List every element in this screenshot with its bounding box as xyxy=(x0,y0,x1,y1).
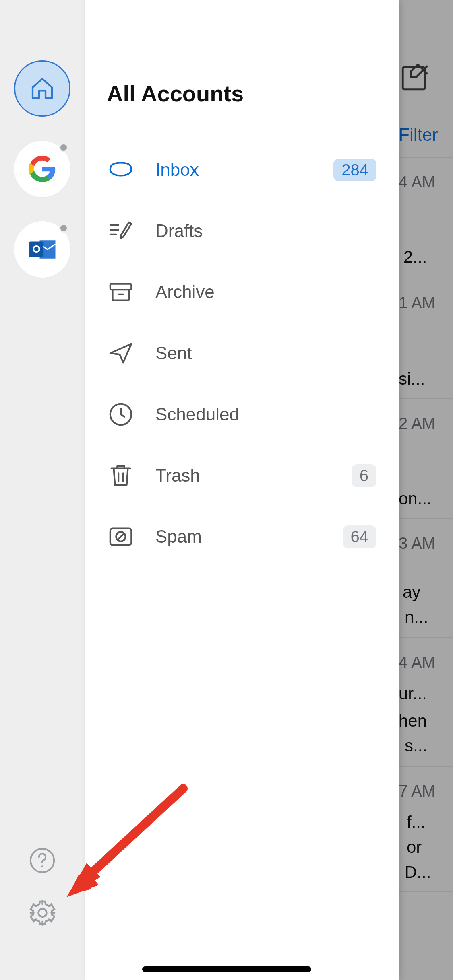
settings-button[interactable] xyxy=(27,898,58,928)
folder-label: Spam xyxy=(155,527,202,547)
folder-count-badge: 6 xyxy=(352,464,376,487)
svg-rect-0 xyxy=(403,67,425,89)
clock-icon xyxy=(106,400,135,429)
folder-list: Inbox 284 Drafts xyxy=(85,123,399,567)
sent-icon xyxy=(106,339,135,368)
home-account-button[interactable] xyxy=(14,60,70,117)
folder-archive[interactable]: Archive xyxy=(94,261,385,323)
mail-snippet: ay xyxy=(403,583,420,601)
folder-label: Sent xyxy=(155,343,192,363)
mail-snippet: or xyxy=(407,838,422,856)
drawer-title: All Accounts xyxy=(107,80,376,107)
svg-text:O: O xyxy=(32,243,40,255)
home-icon xyxy=(29,76,55,101)
trash-icon xyxy=(106,461,135,490)
drawer-header: All Accounts xyxy=(85,0,399,123)
svg-rect-7 xyxy=(110,284,132,290)
folder-sent[interactable]: Sent xyxy=(94,323,385,384)
mail-snippet: si... xyxy=(399,369,425,388)
mail-time: 1 AM xyxy=(399,294,435,311)
folder-scheduled[interactable]: Scheduled xyxy=(94,384,385,445)
drafts-icon xyxy=(106,216,135,245)
folder-count-badge: 64 xyxy=(343,525,377,548)
folder-label: Scheduled xyxy=(155,404,239,424)
mail-snippet: on... xyxy=(399,489,432,508)
home-indicator[interactable] xyxy=(142,966,311,972)
mail-snippet: 2... xyxy=(403,247,427,266)
folder-count-badge: 284 xyxy=(333,159,376,181)
svg-point-6 xyxy=(38,909,46,917)
notification-dot-icon xyxy=(59,143,68,152)
mail-time: 2 AM xyxy=(399,414,435,432)
outlook-icon: O xyxy=(27,234,58,265)
filter-button[interactable]: Filter xyxy=(399,125,438,145)
mail-snippet: ur... xyxy=(399,684,427,703)
google-icon xyxy=(28,155,56,183)
gear-icon xyxy=(27,897,58,929)
google-account-button[interactable] xyxy=(14,141,70,197)
mail-snippet: hen xyxy=(399,711,427,730)
account-rail: O xyxy=(0,0,85,980)
help-icon xyxy=(28,846,56,875)
outlook-account-button[interactable]: O xyxy=(14,221,70,278)
folder-label: Trash xyxy=(155,465,200,486)
mail-snippet: D... xyxy=(405,863,431,881)
mail-snippet: s... xyxy=(405,736,427,755)
folder-label: Drafts xyxy=(155,221,203,241)
compose-button[interactable] xyxy=(399,60,432,95)
folder-trash[interactable]: Trash 6 xyxy=(94,445,385,506)
notification-dot-icon xyxy=(59,224,68,233)
inbox-icon xyxy=(106,155,135,184)
folder-label: Archive xyxy=(155,282,215,302)
folder-label: Inbox xyxy=(155,160,199,180)
mail-time: 3 AM xyxy=(399,534,435,552)
folder-drawer: All Accounts Inbox 284 xyxy=(85,0,399,980)
spam-icon xyxy=(106,522,135,551)
svg-point-5 xyxy=(41,865,43,867)
help-button[interactable] xyxy=(27,845,58,875)
mail-time: 4 AM xyxy=(399,173,435,191)
archive-icon xyxy=(106,278,135,307)
folder-spam[interactable]: Spam 64 xyxy=(94,506,385,567)
folder-inbox[interactable]: Inbox 284 xyxy=(94,139,385,200)
folder-drafts[interactable]: Drafts xyxy=(94,200,385,261)
mail-time: 4 AM xyxy=(399,653,435,671)
mail-time: 7 AM xyxy=(399,782,435,800)
mail-snippet: f... xyxy=(407,813,426,832)
mail-snippet: n... xyxy=(405,607,428,626)
